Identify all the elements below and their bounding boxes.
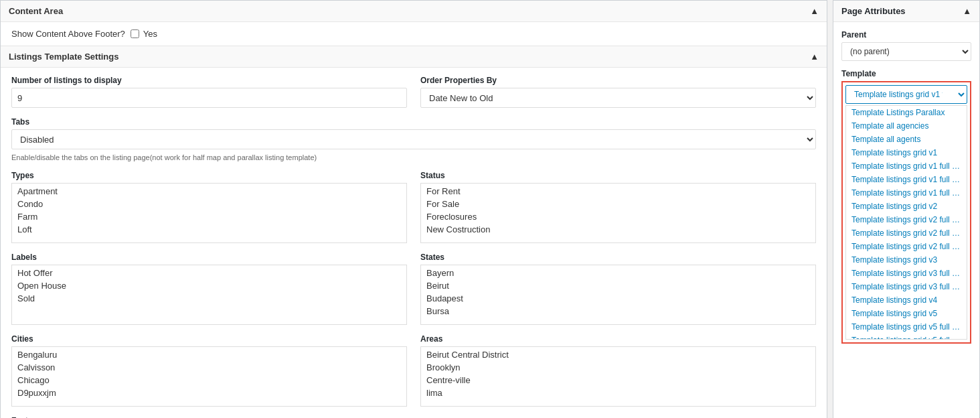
list-item[interactable]: Beirut: [421, 279, 815, 292]
labels-label: Labels: [11, 253, 407, 262]
num-listings-label: Number of listings to display: [11, 76, 407, 85]
list-item[interactable]: Centre-ville: [421, 374, 815, 387]
sidebar-title: Page Attributes: [841, 6, 906, 16]
list-item[interactable]: Farm: [12, 210, 406, 223]
content-area-title: Content Area: [9, 6, 63, 16]
list-item[interactable]: D9puxxjm: [12, 387, 406, 399]
list-item[interactable]: Budapest: [421, 292, 815, 305]
cities-areas-row: Cities Bengaluru Calvisson Chicago D9pux…: [11, 334, 816, 407]
list-item[interactable]: Bengaluru: [12, 348, 406, 361]
template-option[interactable]: Template listings grid v1 full width 4Co…: [846, 186, 967, 200]
list-item[interactable]: For Sale: [421, 198, 815, 210]
order-by-label: Order Properties By: [420, 76, 816, 85]
list-item[interactable]: Beirut Central District: [421, 348, 815, 361]
template-option[interactable]: Template all agencies: [846, 119, 967, 133]
states-listbox[interactable]: Bayern Beirut Budapest Bursa: [420, 265, 816, 325]
sidebar-header[interactable]: Page Attributes ▲: [833, 1, 979, 22]
states-group: States Bayern Beirut Budapest Bursa: [420, 253, 816, 325]
template-option[interactable]: Template listings grid v2 full width 2Co…: [846, 213, 967, 226]
types-status-row: Types Apartment Condo Farm Loft Status F…: [11, 171, 816, 243]
template-option[interactable]: Template listings grid v3: [846, 253, 967, 267]
template-option[interactable]: Template listings grid v3 full width 2co…: [846, 267, 967, 280]
template-options-list[interactable]: Template Listings Parallax Template all …: [845, 105, 967, 340]
template-option[interactable]: Template all agents: [846, 133, 967, 146]
list-item[interactable]: Bursa: [421, 305, 815, 318]
template-option[interactable]: Template listings grid v4: [846, 293, 967, 307]
show-footer-checkbox[interactable]: [131, 29, 139, 38]
labels-listbox[interactable]: Hot Offer Open House Sold: [11, 265, 407, 325]
template-label: Template: [841, 69, 971, 78]
areas-group: Areas Beirut Central District Brooklyn C…: [420, 334, 816, 407]
content-area-header[interactable]: Content Area ▲: [1, 1, 827, 22]
parent-select[interactable]: (no parent): [841, 42, 971, 61]
template-option[interactable]: Template listings grid v5 full width 2co…: [846, 320, 967, 334]
types-listbox[interactable]: Apartment Condo Farm Loft: [11, 183, 407, 243]
states-label: States: [420, 253, 816, 262]
order-by-select[interactable]: Date New to Old Date Old to New Price Lo…: [420, 88, 816, 108]
order-by-group: Order Properties By Date New to Old Date…: [420, 76, 816, 108]
sidebar-toggle-icon[interactable]: ▲: [963, 6, 971, 16]
list-item[interactable]: For Rent: [421, 185, 815, 198]
list-item[interactable]: Foreclosures: [421, 210, 815, 223]
status-listbox[interactable]: For Rent For Sale Foreclosures New Costr…: [420, 183, 816, 243]
list-item[interactable]: Apartment: [12, 185, 406, 198]
status-label: Status: [420, 171, 816, 180]
num-listings-group: Number of listings to display: [11, 76, 407, 108]
areas-listbox[interactable]: Beirut Central District Brooklyn Centre-…: [420, 346, 816, 407]
list-item[interactable]: Loft: [12, 223, 406, 236]
num-listings-input[interactable]: [11, 88, 407, 108]
content-area-toggle-icon[interactable]: ▲: [810, 6, 819, 16]
tabs-hint: Enable/disable the tabs on the listing p…: [11, 153, 816, 161]
list-item[interactable]: lima: [421, 387, 815, 399]
list-item[interactable]: Hot Offer: [12, 267, 406, 279]
show-footer-checkbox-wrapper: Yes: [131, 29, 157, 39]
status-group: Status For Rent For Sale Foreclosures Ne…: [420, 171, 816, 243]
template-option[interactable]: Template listings grid v1 full width 3Co…: [846, 173, 967, 186]
template-option[interactable]: Template Listings Parallax: [846, 106, 967, 119]
num-order-row: Number of listings to display Order Prop…: [11, 76, 816, 108]
template-option[interactable]: Template listings grid v3 full width 3co…: [846, 280, 967, 293]
template-option[interactable]: Template listings grid v2 full width 3Co…: [846, 226, 967, 240]
sidebar-body: Parent (no parent) Template Template lis…: [833, 22, 979, 352]
list-item[interactable]: New Costruction: [421, 223, 815, 236]
listings-settings-toggle-icon[interactable]: ▲: [810, 52, 819, 62]
cities-group: Cities Bengaluru Calvisson Chicago D9pux…: [11, 334, 407, 407]
page-attributes-sidebar: Page Attributes ▲ Parent (no parent) Tem…: [833, 0, 980, 418]
tabs-group: Tabs Disabled Enabled Enable/disable the…: [11, 117, 816, 161]
list-item[interactable]: Condo: [12, 198, 406, 210]
list-item[interactable]: Sold: [12, 292, 406, 305]
listings-settings-body: Number of listings to display Order Prop…: [1, 68, 827, 418]
template-option[interactable]: Template listings grid v2: [846, 200, 967, 213]
template-option[interactable]: Template listings grid v5: [846, 307, 967, 320]
show-footer-label: Show Content Above Footer?: [11, 29, 125, 39]
template-select[interactable]: Template listings grid v1 full width 2: [845, 85, 967, 104]
list-item[interactable]: Bayern: [421, 267, 815, 279]
list-item[interactable]: Open House: [12, 279, 406, 292]
template-option[interactable]: Template listings grid v1: [846, 146, 967, 159]
types-label: Types: [11, 171, 407, 180]
cities-label: Cities: [11, 334, 407, 344]
cities-listbox[interactable]: Bengaluru Calvisson Chicago D9puxxjm: [11, 346, 407, 407]
list-item[interactable]: Chicago: [12, 374, 406, 387]
template-option[interactable]: Template listings grid v5 full width 3co…: [846, 334, 967, 340]
areas-label: Areas: [420, 334, 816, 344]
template-option[interactable]: Template listings grid v1 full width 2Co…: [846, 159, 967, 173]
show-footer-row: Show Content Above Footer? Yes: [1, 22, 827, 46]
labels-states-row: Labels Hot Offer Open House Sold States …: [11, 253, 816, 325]
list-item[interactable]: Calvisson: [12, 361, 406, 374]
template-option[interactable]: Template listings grid v2 full width 4Co…: [846, 240, 967, 253]
tabs-select[interactable]: Disabled Enabled: [11, 129, 816, 149]
template-select-wrapper: Template listings grid v1 full width 2: [845, 85, 967, 104]
listings-settings-header[interactable]: Listings Template Settings ▲: [1, 46, 827, 68]
list-item[interactable]: Brooklyn: [421, 361, 815, 374]
template-container: Template listings grid v1 full width 2 T…: [841, 81, 971, 344]
yes-label: Yes: [143, 29, 157, 39]
types-group: Types Apartment Condo Farm Loft: [11, 171, 407, 243]
listings-template-settings: Listings Template Settings ▲ Number of l…: [1, 46, 827, 418]
parent-label: Parent: [841, 30, 971, 40]
listings-settings-title: Listings Template Settings: [9, 52, 118, 62]
tabs-label: Tabs: [11, 117, 816, 127]
labels-group: Labels Hot Offer Open House Sold: [11, 253, 407, 325]
